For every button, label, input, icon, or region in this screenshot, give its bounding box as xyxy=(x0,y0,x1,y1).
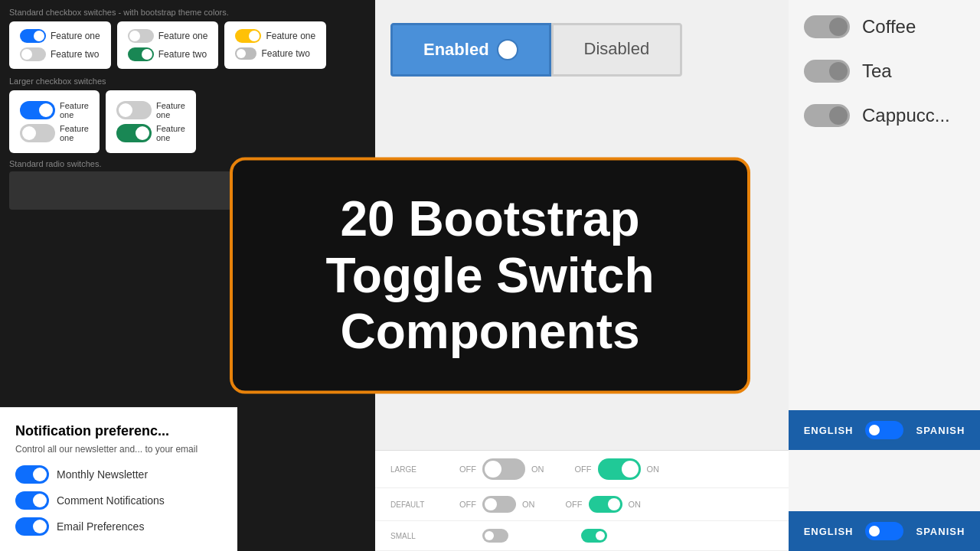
switch-item: Feature one xyxy=(235,29,315,43)
on-label: ON xyxy=(629,500,642,509)
section-label-standard: Standard checkbox switches - with bootst… xyxy=(9,8,366,17)
feature-label: Feature two xyxy=(51,49,99,60)
switch-item-large: Featureone xyxy=(20,124,89,142)
toggle-off-gray[interactable] xyxy=(128,29,154,43)
switch-row-standard: Feature one Feature two Feature one Feat… xyxy=(9,21,366,69)
switch-item: Feature one xyxy=(128,29,208,43)
feature-label: Featureone xyxy=(156,124,185,142)
off-label: OFF xyxy=(575,465,592,474)
off-label: OFF xyxy=(459,500,476,509)
off-label: OFF xyxy=(459,465,476,474)
feature-label: Feature one xyxy=(266,31,315,41)
disabled-label: Disabled xyxy=(584,39,650,58)
enabled-disabled-row: Enabled Disabled xyxy=(375,0,789,92)
switch-card-2: Feature one Feature two xyxy=(117,21,219,69)
overlay-card: 20 Bootstrap Toggle Switch Components xyxy=(230,158,750,394)
switch-card-1: Feature one Feature two xyxy=(9,21,111,69)
feature-label: Featureone xyxy=(156,101,185,119)
overlay-line3: Components xyxy=(340,304,639,359)
lang-toggle-bottom[interactable] xyxy=(865,522,903,540)
overlay-title: 20 Bootstrap Toggle Switch Components xyxy=(279,191,701,360)
enabled-label: Enabled xyxy=(423,40,489,60)
spacer xyxy=(789,450,980,511)
toggle-group-off: OFF ON xyxy=(459,529,528,543)
switch-row-large: Featureone Featureone Featureone Feature… xyxy=(9,90,366,153)
notif-toggle-comment[interactable] xyxy=(15,491,49,510)
feature-label: Featureone xyxy=(60,101,89,119)
panel-right: Coffee Tea Cappucc... ENGLISH SPANISH EN… xyxy=(789,0,980,551)
toggle-off-gray[interactable] xyxy=(20,47,46,61)
toggle-default-off[interactable] xyxy=(482,496,516,513)
disabled-button[interactable]: Disabled xyxy=(551,23,683,77)
lang-toggle-knob-2 xyxy=(867,524,881,538)
switch-card-large-2: Featureone Featureone xyxy=(106,90,196,153)
toggle-large-off-gray[interactable] xyxy=(20,124,55,142)
notif-item-comment: Comment Notifications xyxy=(15,491,222,510)
toggle-large-off2[interactable] xyxy=(116,101,152,119)
feature-label: Featureone xyxy=(60,124,89,142)
toggle-on-green[interactable] xyxy=(128,47,154,61)
switch-item: Feature two xyxy=(128,47,208,61)
feature-label: Feature two xyxy=(158,49,207,60)
toggle-off-small[interactable] xyxy=(235,47,256,60)
beverage-label-coffee: Coffee xyxy=(862,16,916,37)
beverage-toggle-cappuccino[interactable] xyxy=(804,104,850,127)
toggle-group-off: OFF ON xyxy=(459,458,544,480)
toggle-group-on: OFF ON xyxy=(558,529,626,543)
lang-spanish-label: SPANISH xyxy=(916,425,965,436)
toggle-large-on[interactable] xyxy=(598,458,641,480)
bev-item-cappuccino: Cappucc... xyxy=(804,104,965,127)
lang-english-label-2: ENGLISH xyxy=(804,526,854,537)
feature-label: Feature one xyxy=(51,31,100,41)
switch-item-large: Featureone xyxy=(116,101,185,119)
toggle-on-blue[interactable] xyxy=(20,29,46,43)
on-label: ON xyxy=(531,465,544,474)
notif-title: Notification preferenc... xyxy=(15,423,222,439)
toggle-row-large: LARGE OFF ON OFF ON xyxy=(375,451,789,488)
off-label: OFF xyxy=(566,500,583,509)
toggle-large-on-green[interactable] xyxy=(116,124,152,142)
on-label: ON xyxy=(647,465,660,474)
toggle-row-small: SMALL OFF ON OFF ON xyxy=(375,521,789,551)
toggle-table: LARGE OFF ON OFF ON DEFAULT OFF O xyxy=(375,450,789,551)
lang-english-label: ENGLISH xyxy=(804,425,854,436)
toggle-default-on[interactable] xyxy=(589,496,622,513)
beverage-toggle-coffee[interactable] xyxy=(804,15,850,38)
size-label: LARGE xyxy=(390,465,429,474)
notif-item-newsletter: Monthly Newsletter xyxy=(15,465,222,484)
overlay-line1: 20 Bootstrap xyxy=(340,191,639,246)
size-label: SMALL xyxy=(390,532,429,540)
beverage-toggle-tea[interactable] xyxy=(804,60,850,83)
beverage-label-cappuccino: Cappucc... xyxy=(862,105,950,126)
beverage-label-tea: Tea xyxy=(862,60,892,82)
switch-card-large-1: Featureone Featureone xyxy=(9,90,100,153)
toggle-large-on-blue[interactable] xyxy=(20,101,55,119)
notif-label-email: Email Preferences xyxy=(57,520,144,533)
beverage-list: Coffee Tea Cappucc... xyxy=(789,0,980,135)
enabled-knob xyxy=(497,39,518,60)
switch-item: Feature one xyxy=(20,29,100,43)
notif-item-email: Email Preferences xyxy=(15,517,222,536)
switch-item-large: Featureone xyxy=(20,101,89,119)
toggle-group-on: OFF ON xyxy=(566,496,642,513)
enabled-button[interactable]: Enabled xyxy=(390,23,551,77)
toggle-group-off: OFF ON xyxy=(459,496,535,513)
size-label: DEFAULT xyxy=(390,500,429,509)
toggle-small-off[interactable] xyxy=(482,529,508,543)
lang-bar-bottom: ENGLISH SPANISH xyxy=(789,511,980,551)
switch-item: Feature two xyxy=(20,47,100,61)
overlay-line2: Toggle Switch xyxy=(325,247,654,302)
notif-toggle-newsletter[interactable] xyxy=(15,465,49,484)
toggle-group-on: OFF ON xyxy=(575,458,660,480)
toggle-on-yellow[interactable] xyxy=(235,29,261,43)
lang-toggle-top[interactable] xyxy=(865,421,903,439)
bev-item-tea: Tea xyxy=(804,60,965,83)
notif-label-newsletter: Monthly Newsletter xyxy=(57,468,148,481)
lang-bar-top: ENGLISH SPANISH xyxy=(789,410,980,450)
section-label-larger: Larger checkbox switches xyxy=(9,77,366,86)
switch-item: Feature two xyxy=(235,47,315,60)
on-label: ON xyxy=(522,500,535,509)
toggle-small-on[interactable] xyxy=(581,529,607,543)
notif-toggle-email[interactable] xyxy=(15,517,49,536)
toggle-large-off[interactable] xyxy=(482,458,525,480)
